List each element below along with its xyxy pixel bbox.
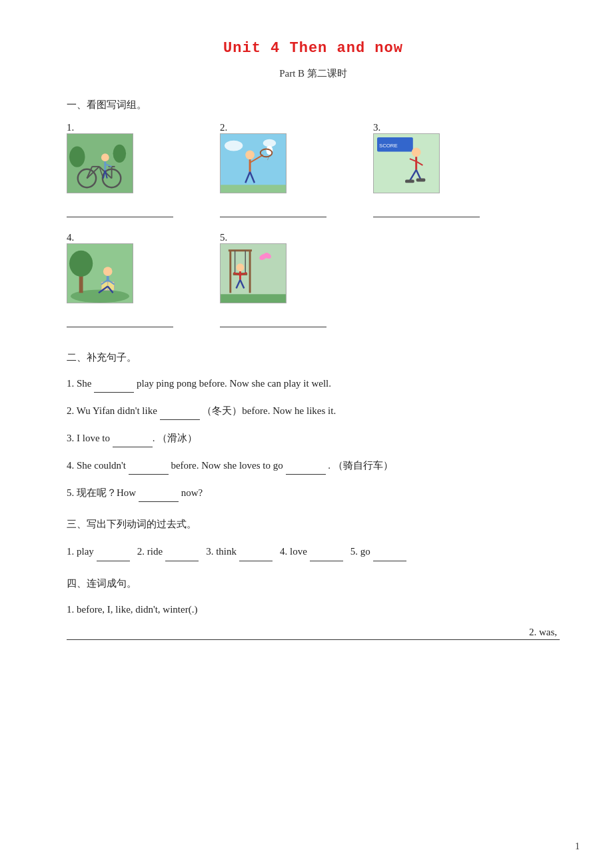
section-1: 一、看图写词组。 1. xyxy=(67,99,560,335)
page-title: Unit 4 Then and now xyxy=(67,40,560,57)
svg-rect-39 xyxy=(416,178,426,181)
blank-2-4a[interactable] xyxy=(129,463,169,475)
svg-rect-28 xyxy=(221,185,286,193)
section-4: 四、连词成句。 1. before, I, like, didn't, wint… xyxy=(67,577,560,640)
pic-num-3: 3. xyxy=(373,122,380,133)
blank-2-1[interactable] xyxy=(94,381,134,393)
blank-3-1[interactable] xyxy=(97,549,130,561)
pic-item-2: 2. xyxy=(220,122,333,225)
svg-rect-67 xyxy=(221,294,286,303)
pic-item-3: 3. SCORE xyxy=(373,122,486,225)
section-3: 三、写出下列动词的过去式。 1. play 2. ride 3. think 4… xyxy=(67,518,560,561)
sentence-2-3: 3. I love to . （滑冰） xyxy=(67,429,560,447)
pic-box-5 xyxy=(220,243,287,303)
pic-num-4: 4. xyxy=(67,232,74,243)
sentence-4-1: 1. before, I, like, didn't, winter(.) xyxy=(67,601,560,619)
answer-long-line-1[interactable]: 2. was, xyxy=(67,625,560,640)
svg-point-18 xyxy=(225,141,243,151)
page-number: 1 xyxy=(575,841,580,852)
blank-3-4[interactable] xyxy=(310,549,343,561)
pictures-row-2: 4. xyxy=(67,232,560,335)
pic-num-1: 1. xyxy=(67,122,74,133)
svg-point-22 xyxy=(245,150,255,159)
svg-point-12 xyxy=(101,153,109,161)
blank-3-2[interactable] xyxy=(165,549,199,561)
section-2: 二、补充句子。 1. She play ping pong before. No… xyxy=(67,351,560,502)
section4-title: 四、连词成句。 xyxy=(67,577,560,590)
pic-num-2: 2. xyxy=(220,122,227,133)
verb-row: 1. play 2. ride 3. think 4. love 5. go xyxy=(67,541,560,561)
line2-suffix: 2. was, xyxy=(529,627,560,639)
blank-2-2[interactable] xyxy=(160,408,200,420)
svg-rect-38 xyxy=(405,179,414,183)
answer-line-2[interactable] xyxy=(220,205,326,217)
blank-2-3[interactable] xyxy=(113,435,153,447)
pic-item-5: 5. xyxy=(220,232,333,335)
pic-num-5: 5. xyxy=(220,232,227,243)
sentence-2-2: 2. Wu Yifan didn't like （冬天）before. Now … xyxy=(67,402,560,420)
svg-point-32 xyxy=(412,148,421,157)
blank-3-5[interactable] xyxy=(373,549,406,561)
pic-box-3: SCORE xyxy=(373,133,440,193)
answer-line-3[interactable] xyxy=(373,205,480,217)
pic-item-4: 4. xyxy=(67,232,180,335)
pic-box-4 xyxy=(67,243,133,303)
svg-point-43 xyxy=(69,251,93,277)
blank-2-4b[interactable] xyxy=(286,463,326,475)
svg-text:SCORE: SCORE xyxy=(379,143,398,149)
answer-line-4[interactable] xyxy=(67,315,173,327)
answer-line-1[interactable] xyxy=(67,205,173,217)
section3-title: 三、写出下列动词的过去式。 xyxy=(67,518,560,531)
sentence-2-1: 1. She play ping pong before. Now she ca… xyxy=(67,375,560,393)
svg-point-1 xyxy=(69,147,85,167)
pictures-row-1: 1. xyxy=(67,122,560,225)
section2-title: 二、补充句子。 xyxy=(67,351,560,364)
svg-point-61 xyxy=(237,263,245,271)
answer-line-5[interactable] xyxy=(220,315,326,327)
svg-point-2 xyxy=(113,145,127,163)
sentence-2-4: 4. She couldn't before. Now she loves to… xyxy=(67,457,560,475)
blank-3-3[interactable] xyxy=(239,549,273,561)
section1-title: 一、看图写词组。 xyxy=(67,99,560,111)
sentence-2-5: 5. 现在呢？How now? xyxy=(67,484,560,502)
blank-2-5[interactable] xyxy=(139,490,179,502)
pic-box-2 xyxy=(220,133,287,193)
subtitle: Part B 第二课时 xyxy=(67,67,560,80)
svg-point-44 xyxy=(103,267,113,276)
pic-item-1: 1. xyxy=(67,122,180,225)
pic-box-1 xyxy=(67,133,133,193)
